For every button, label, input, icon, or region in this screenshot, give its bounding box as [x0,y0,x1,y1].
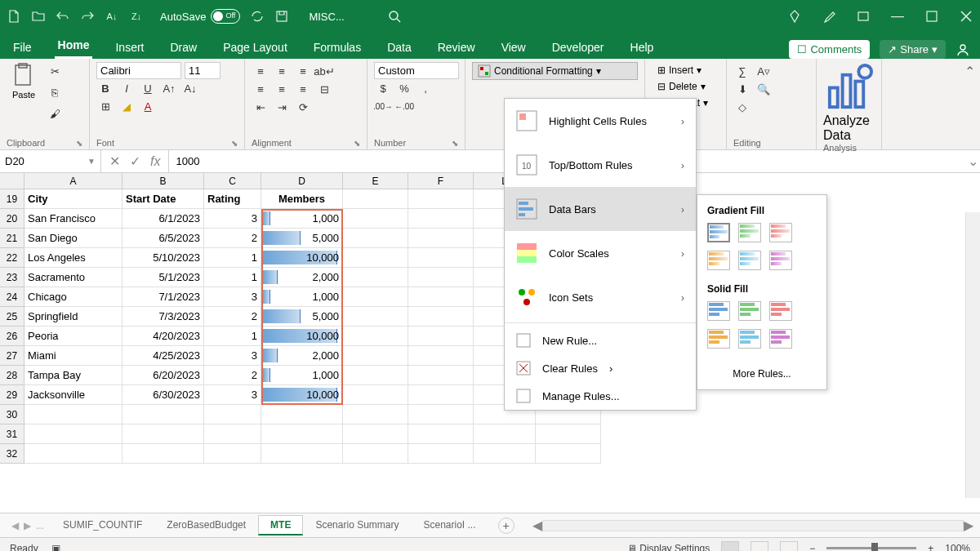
tab-page-layout[interactable]: Page Layout [220,36,291,59]
cell[interactable]: 6/1/2023 [122,209,204,229]
cell[interactable] [536,444,601,464]
cell[interactable]: 3 [204,209,261,229]
open-file-icon[interactable] [31,9,46,24]
cell[interactable] [343,366,408,385]
row-header[interactable]: 26 [0,327,24,346]
cell[interactable]: Los Angeles [24,248,122,268]
font-launcher-icon[interactable]: ⬊ [231,139,238,148]
column-header[interactable]: E [343,173,408,189]
cell[interactable] [408,385,474,405]
horizontal-scrollbar[interactable]: ◀▶ [532,518,973,533]
tab-home[interactable]: Home [55,33,93,59]
sort-desc-icon[interactable]: Z↓ [129,9,144,24]
copy-icon[interactable]: ⎘ [46,83,64,101]
analyze-data-button[interactable]: Analyze Data [823,62,875,143]
gradient-green-swatch[interactable] [738,223,761,242]
collapse-ribbon-icon[interactable]: ⌃ [960,59,980,149]
cell[interactable] [261,424,343,444]
expand-formula-icon[interactable]: ⌄ [965,150,980,172]
cell[interactable] [261,405,343,424]
save-icon[interactable] [274,9,289,24]
cell[interactable]: Springfield [24,307,122,327]
cell[interactable] [408,307,474,327]
gradient-blue-swatch[interactable] [707,223,730,242]
cell[interactable]: 4/20/2023 [122,327,204,346]
cell[interactable] [408,229,474,248]
row-header[interactable]: 29 [0,385,24,405]
gradient-red-swatch[interactable] [769,223,792,242]
vertical-scrollbar[interactable] [965,212,980,498]
cell[interactable]: 1 [204,268,261,287]
search-icon[interactable] [387,9,402,24]
more-rules-link[interactable]: More Rules... [707,362,817,380]
cell[interactable]: 6/30/2023 [122,385,204,405]
cell[interactable]: 2,000 [261,346,343,366]
tab-developer[interactable]: Developer [549,36,608,59]
cell[interactable]: Members [261,189,343,209]
row-header[interactable]: 20 [0,209,24,229]
refresh-icon[interactable] [250,9,265,24]
clipboard-launcher-icon[interactable]: ⬊ [76,139,82,148]
row-header[interactable]: 30 [0,405,24,424]
cell[interactable] [408,405,474,424]
solid-orange-swatch[interactable] [707,329,730,349]
row-header[interactable]: 22 [0,248,24,268]
undo-icon[interactable] [56,9,70,24]
sheet-tab[interactable]: ScenarioI ... [411,515,488,535]
row-header[interactable]: 27 [0,346,24,366]
row-header[interactable]: 24 [0,287,24,307]
cell[interactable] [343,287,408,307]
format-painter-icon[interactable]: 🖌 [46,104,64,122]
tab-formulas[interactable]: Formulas [310,36,364,59]
increase-decimal-icon[interactable]: .00→ [374,97,392,115]
cell[interactable] [343,405,408,424]
gradient-lightblue-swatch[interactable] [738,251,761,270]
font-color-icon[interactable]: A [139,97,157,115]
cell[interactable]: 1,000 [261,366,343,385]
font-size-combo[interactable] [185,62,220,79]
solid-red-swatch[interactable] [769,301,792,321]
tab-insert[interactable]: Insert [112,36,147,59]
cell[interactable]: Rating [204,189,261,209]
manage-rules-item[interactable]: Manage Rules... [505,382,696,410]
sheet-list-icon[interactable]: ... [36,520,44,531]
cell[interactable]: Chicago [24,287,122,307]
clear-rules-item[interactable]: Clear Rules› [505,354,696,382]
cell[interactable] [261,444,343,464]
cell[interactable]: 10,000 [261,327,343,346]
cell[interactable]: 7/3/2023 [122,307,204,327]
cell[interactable]: 5/10/2023 [122,248,204,268]
name-box[interactable]: D20▼ [0,150,101,172]
indent-right-icon[interactable]: ⇥ [273,98,291,116]
solid-blue-swatch[interactable] [707,301,730,321]
solid-lightblue-swatch[interactable] [738,329,761,349]
cell[interactable] [536,424,601,444]
cell[interactable]: 2 [204,229,261,248]
cell[interactable] [343,424,408,444]
cell[interactable]: Peoria [24,327,122,346]
sort-asc-icon[interactable]: A↓ [105,9,119,24]
cell[interactable] [343,248,408,268]
tab-review[interactable]: Review [434,36,479,59]
clear-icon[interactable]: ◇ [733,98,751,116]
comments-button[interactable]: ☐ Comments [789,40,870,59]
shrink-font-icon[interactable]: A↓ [181,79,199,97]
cell[interactable]: 1 [204,327,261,346]
number-launcher-icon[interactable]: ⬊ [452,139,458,148]
row-header[interactable]: 32 [0,444,24,464]
merge-icon[interactable]: ⊟ [315,80,333,98]
sheet-tab[interactable]: Scenario Summary [303,515,411,535]
gradient-orange-swatch[interactable] [707,251,730,270]
row-header[interactable]: 28 [0,366,24,385]
user-icon[interactable] [956,42,970,57]
share-button[interactable]: ↗ Share ▾ [880,40,946,59]
page-break-view-button[interactable] [780,541,798,552]
cell[interactable] [408,268,474,287]
ribbon-mode-icon[interactable] [856,9,871,24]
cell[interactable] [408,209,474,229]
orientation-icon[interactable]: ⟳ [294,98,312,116]
cell[interactable]: 1,000 [261,287,343,307]
cell[interactable] [122,424,204,444]
cell[interactable]: 3 [204,346,261,366]
wrap-text-icon[interactable]: ab↵ [315,62,333,80]
